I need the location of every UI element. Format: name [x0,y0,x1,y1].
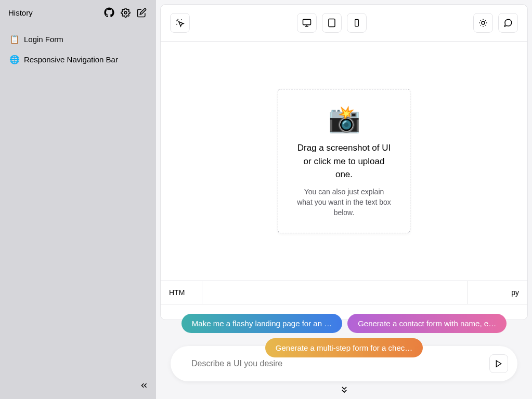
sidebar-items: 📋 Login Form 🌐 Responsive Navigation Bar [0,25,156,74]
github-icon[interactable] [103,6,115,19]
action-left-label[interactable]: HTM [161,281,202,304]
dropzone-subtitle: You can also just explain what you want … [297,187,391,218]
main-area: 📸 Drag a screenshot of UI or click me to… [156,0,532,399]
svg-marker-17 [496,361,501,367]
canvas-body: 📸 Drag a screenshot of UI or click me to… [161,42,527,281]
mobile-icon[interactable] [347,13,367,33]
canvas-toolbar [161,5,527,42]
gear-icon[interactable] [120,7,132,19]
dropzone-title: Drag a screenshot of UI or click me to u… [297,141,391,181]
svg-point-0 [124,11,127,14]
clipboard-icon: 📋 [9,34,20,44]
svg-line-15 [481,25,481,25]
sidebar-icons [103,6,148,19]
collapse-sidebar-button[interactable] [139,381,149,392]
globe-icon: 🌐 [9,55,20,64]
sun-icon[interactable] [473,13,493,33]
sidebar-item-login-form[interactable]: 📋 Login Form [0,29,156,49]
sidebar-item-responsive-nav[interactable]: 🌐 Responsive Navigation Bar [0,49,156,70]
suggestion-chips: Make me a flashy landing page for an … G… [173,314,516,357]
canvas-panel: 📸 Drag a screenshot of UI or click me to… [160,4,528,320]
svg-rect-6 [355,19,358,26]
chip-landing-page[interactable]: Make me a flashy landing page for an … [181,314,342,333]
svg-line-12 [485,25,486,25]
expand-down-button[interactable] [160,381,528,395]
svg-rect-1 [303,19,310,25]
svg-line-16 [485,20,486,21]
upload-dropzone[interactable]: 📸 Drag a screenshot of UI or click me to… [278,89,410,233]
chat-icon[interactable] [498,13,518,33]
sidebar: History 📋 Login Form 🌐 Responsive Naviga… [0,0,156,399]
sidebar-title: History [8,8,33,17]
prompt-input[interactable] [191,359,489,368]
prompt-area: Make me a flashy landing page for an … G… [160,320,528,395]
cursor-click-icon[interactable] [170,13,190,33]
action-right-label[interactable]: py [468,281,527,304]
action-row: HTM py [161,281,527,304]
sidebar-item-label: Login Form [24,35,63,44]
camera-icon: 📸 [297,104,391,134]
sidebar-item-label: Responsive Navigation Bar [24,55,118,64]
chip-multi-step-form[interactable]: Generate a multi-step form for a chec… [265,338,423,357]
desktop-icon[interactable] [297,13,317,33]
chip-contact-form[interactable]: Generate a contact form with name, e… [347,314,507,333]
sidebar-header: History [0,0,156,25]
svg-line-11 [481,20,481,21]
svg-point-8 [482,21,485,24]
tablet-icon[interactable] [322,13,342,33]
edit-icon[interactable] [136,7,148,19]
